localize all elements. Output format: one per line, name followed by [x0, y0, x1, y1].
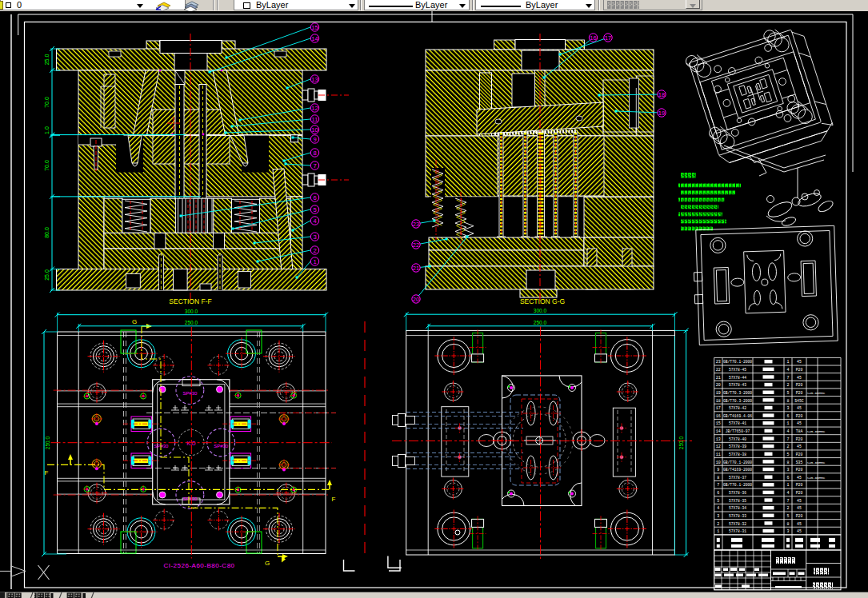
- svg-text:1: 1: [786, 360, 789, 365]
- svg-text:CI-2526-A60-B80-C80: CI-2526-A60-B80-C80: [163, 562, 234, 569]
- svg-text:3: 3: [717, 514, 719, 519]
- svg-text:GB/T70.3-2000: GB/T70.3-2000: [723, 391, 752, 395]
- svg-text:7: 7: [786, 499, 789, 504]
- svg-text:2: 2: [786, 506, 789, 511]
- svg-text:12: 12: [716, 445, 721, 449]
- svg-text:2: 2: [717, 522, 719, 527]
- svg-text:P20: P20: [796, 437, 803, 441]
- svg-text:8: 8: [786, 522, 789, 527]
- svg-text:250.0: 250.0: [678, 436, 684, 449]
- svg-text:12: 12: [311, 105, 318, 112]
- svg-text:7: 7: [786, 376, 789, 381]
- svg-text:57X78-45: 57X78-45: [729, 368, 746, 372]
- svg-text:300.0: 300.0: [534, 308, 547, 313]
- svg-text:9: 9: [717, 468, 719, 472]
- svg-text:18: 18: [658, 91, 665, 98]
- svg-text:8: 8: [717, 476, 719, 480]
- svg-text:14: 14: [716, 429, 721, 434]
- svg-text:57X78-31: 57X78-31: [729, 529, 746, 533]
- svg-text:25.0: 25.0: [44, 269, 50, 281]
- svg-text:70.0: 70.0: [44, 160, 50, 171]
- svg-text:70.0: 70.0: [44, 97, 50, 108]
- svg-text:5: 5: [786, 514, 789, 519]
- svg-text:45: 45: [797, 529, 802, 533]
- svg-text:GB/T70.1-2000: GB/T70.1-2000: [723, 460, 752, 464]
- svg-text:P20: P20: [796, 383, 803, 387]
- svg-text:GB/T4169.4-06: GB/T4169.4-06: [723, 414, 752, 418]
- svg-text:G: G: [265, 560, 270, 567]
- svg-text:F: F: [45, 469, 49, 476]
- svg-text:P20: P20: [796, 483, 803, 487]
- svg-text:S45-60HRC: S45-60HRC: [807, 430, 826, 433]
- svg-text:19: 19: [658, 110, 665, 117]
- svg-text:GB/T70.1-2000: GB/T70.1-2000: [723, 360, 752, 364]
- svg-text:22: 22: [413, 241, 419, 249]
- svg-text:4: 4: [786, 368, 789, 373]
- svg-text:8: 8: [786, 399, 789, 404]
- svg-text:SP#30: SP#30: [182, 496, 198, 501]
- svg-text:1: 1: [717, 529, 719, 534]
- svg-text:S35: S35: [796, 460, 803, 464]
- svg-text:JB/T7650-97: JB/T7650-97: [726, 429, 750, 433]
- svg-text:250.0: 250.0: [534, 320, 547, 325]
- svg-text:45: 45: [797, 360, 802, 364]
- svg-text:57X78-32: 57X78-32: [729, 522, 746, 526]
- svg-text:GB/T4169-2000: GB/T4169-2000: [723, 468, 752, 472]
- svg-text:11: 11: [312, 116, 318, 123]
- svg-text:4: 4: [786, 491, 789, 496]
- svg-text:25.0: 25.0: [44, 54, 50, 66]
- svg-text:23: 23: [716, 360, 721, 365]
- svg-text:1: 1: [786, 421, 789, 426]
- svg-text:45: 45: [797, 376, 802, 380]
- svg-text:57X78-33: 57X78-33: [729, 514, 746, 518]
- svg-text:1.0: 1.0: [44, 126, 50, 134]
- svg-text:45: 45: [797, 476, 802, 480]
- svg-text:10: 10: [311, 126, 318, 134]
- svg-text:45: 45: [797, 406, 802, 410]
- svg-text:1: 1: [786, 483, 789, 488]
- svg-text:57X78-44: 57X78-44: [729, 376, 746, 380]
- svg-text:P20: P20: [796, 491, 803, 495]
- svg-text:S45-60HRC: S45-60HRC: [807, 476, 826, 480]
- svg-text:P20: P20: [796, 391, 803, 395]
- svg-text:2: 2: [313, 247, 316, 254]
- svg-text:9: 9: [313, 136, 316, 143]
- svg-text:7: 7: [717, 483, 719, 488]
- svg-text:250.0: 250.0: [45, 436, 50, 449]
- svg-text:3: 3: [313, 233, 316, 241]
- svg-text:S45-60HRC: S45-60HRC: [807, 392, 826, 395]
- svg-text:300.0: 300.0: [185, 309, 198, 314]
- svg-text:4: 4: [786, 429, 789, 434]
- svg-text:57X78-40: 57X78-40: [729, 437, 746, 441]
- svg-text:20: 20: [413, 296, 419, 303]
- svg-text:57X78-41: 57X78-41: [729, 421, 746, 425]
- svg-text:4: 4: [717, 506, 719, 511]
- svg-text:8: 8: [786, 460, 789, 465]
- svg-text:7: 7: [313, 162, 316, 169]
- svg-text:P20: P20: [796, 452, 803, 456]
- svg-text:57X78-37: 57X78-37: [729, 476, 746, 480]
- svg-text:19: 19: [716, 391, 721, 396]
- svg-text:T8A: T8A: [796, 429, 803, 433]
- svg-text:2: 2: [786, 383, 789, 388]
- svg-text:21: 21: [413, 265, 419, 272]
- svg-text:20: 20: [716, 383, 721, 388]
- svg-text:22: 22: [716, 368, 721, 373]
- svg-text:8: 8: [313, 150, 316, 157]
- svg-text:SECTION G-G: SECTION G-G: [520, 297, 565, 305]
- svg-text:SP#30: SP#30: [154, 444, 169, 448]
- svg-text:S45C: S45C: [794, 399, 804, 403]
- svg-text:45: 45: [797, 421, 802, 425]
- svg-text:17: 17: [716, 406, 721, 411]
- svg-text:G: G: [132, 318, 137, 325]
- svg-text:57X78-39: 57X78-39: [729, 445, 746, 448]
- svg-text:17: 17: [605, 34, 611, 42]
- svg-text:P20: P20: [796, 514, 803, 518]
- svg-text:13: 13: [716, 437, 721, 442]
- svg-text:SP#30: SP#30: [182, 391, 198, 396]
- svg-text:5: 5: [717, 499, 719, 504]
- svg-text:5: 5: [786, 391, 789, 396]
- svg-text:3: 3: [786, 406, 789, 411]
- svg-text:6: 6: [786, 414, 789, 419]
- svg-text:6: 6: [786, 476, 789, 480]
